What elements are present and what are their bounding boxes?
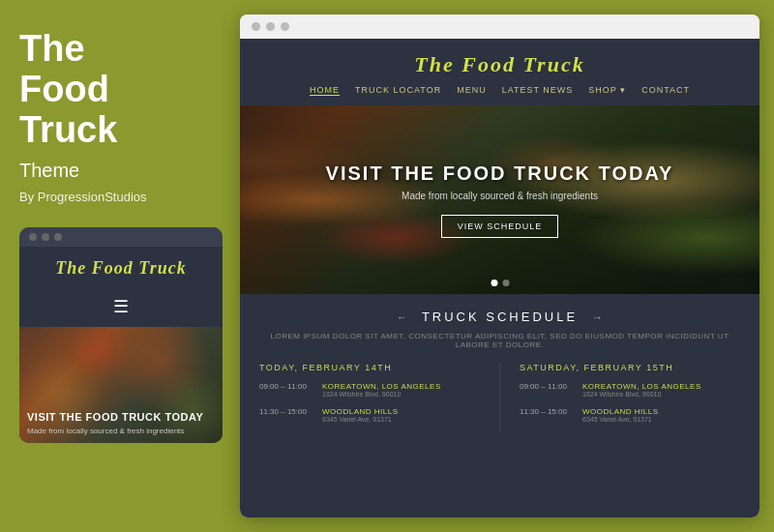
mobile-dot-1 — [29, 233, 37, 241]
hero-title: Visit The Food Truck Today — [326, 163, 674, 185]
browser-dot-2 — [266, 22, 275, 31]
schedule-time: 11:30 – 15:00 — [259, 407, 313, 423]
mobile-menu-icon[interactable]: ☰ — [19, 290, 223, 323]
site-wrapper: The Food Truck Home Truck Locator Menu L… — [240, 39, 759, 517]
hero-subtitle: Made from locally sourced & fresh ingred… — [326, 191, 674, 201]
schedule-day-2-title: Saturday, February 15th — [520, 363, 740, 372]
site-nav: Home Truck Locator Menu Latest News Shop… — [259, 85, 740, 105]
nav-truck-locator[interactable]: Truck Locator — [355, 85, 441, 96]
mobile-dot-3 — [54, 233, 62, 241]
theme-subtitle: Theme — [19, 160, 221, 182]
schedule-day-2: Saturday, February 15th 09:00 – 11:00 Ko… — [520, 363, 740, 432]
nav-home[interactable]: Home — [310, 85, 340, 96]
browser-dot-3 — [281, 22, 289, 31]
browser-bar — [240, 15, 759, 39]
schedule-day-1: Today, February 14th 09:00 – 11:00 Korea… — [259, 363, 480, 432]
schedule-address: 1624 Wilshire Blvd, 90010 — [322, 391, 441, 398]
schedule-item: 11:30 – 15:00 Woodland Hills 6345 Variel… — [259, 407, 480, 423]
theme-author: By ProgressionStudios — [19, 190, 221, 204]
schedule-columns: Today, February 14th 09:00 – 11:00 Korea… — [259, 363, 740, 432]
theme-title: The Food Truck — [19, 29, 221, 150]
schedule-address: 6345 Variel Ave, 91371 — [582, 416, 659, 423]
hero-section: Visit The Food Truck Today Made from loc… — [240, 105, 759, 294]
schedule-arrow-right: → — [592, 311, 603, 323]
schedule-item: 11:30 – 15:00 Woodland Hills 6345 Variel… — [520, 407, 740, 423]
mobile-browser-bar — [19, 227, 223, 247]
browser-dot-1 — [252, 22, 260, 31]
mobile-hero-subtitle: Made from locally sourced & fresh ingred… — [27, 427, 203, 435]
mobile-dot-2 — [42, 233, 49, 241]
schedule-location-name: Woodland Hills — [322, 407, 399, 416]
schedule-time: 09:00 – 11:00 — [520, 382, 573, 398]
schedule-time: 09:00 – 11:00 — [259, 382, 313, 398]
hero-cta-button[interactable]: View Schedule — [441, 215, 559, 238]
schedule-item: 09:00 – 11:00 Koreatown, Los Angeles 162… — [259, 382, 480, 398]
schedule-section: ← Truck Schedule → Lorem ipsum dolor sit… — [240, 294, 759, 448]
schedule-title: Truck Schedule — [422, 310, 578, 324]
schedule-location-name: Woodland Hills — [582, 407, 659, 416]
schedule-address: 6345 Variel Ave, 91371 — [322, 416, 399, 423]
mobile-preview: The Food Truck ☰ VISIT THE FOOD TRUCK TO… — [19, 227, 223, 443]
schedule-description: Lorem ipsum dolor sit amet, consectetur … — [259, 332, 740, 349]
schedule-address: 1624 Wilshire Blvd, 90010 — [582, 391, 701, 398]
nav-latest-news[interactable]: Latest News — [502, 85, 574, 96]
schedule-item: 09:00 – 11:00 Koreatown, Los Angeles 162… — [520, 382, 740, 398]
mobile-hero-title: VISIT THE FOOD TRUCK TODAY — [27, 410, 203, 424]
schedule-location-name: Koreatown, Los Angeles — [582, 382, 701, 391]
schedule-time: 11:30 – 15:00 — [520, 407, 573, 423]
left-panel: The Food Truck Theme By ProgressionStudi… — [0, 0, 240, 532]
schedule-location-name: Koreatown, Los Angeles — [322, 382, 441, 391]
site-logo: The Food Truck — [259, 52, 740, 77]
hero-dot-2[interactable] — [502, 280, 509, 286]
site-header: The Food Truck Home Truck Locator Menu L… — [240, 39, 759, 105]
desktop-preview: The Food Truck Home Truck Locator Menu L… — [240, 15, 759, 517]
schedule-heading: ← Truck Schedule → — [259, 310, 740, 324]
hero-dot-1[interactable] — [491, 280, 497, 286]
nav-menu[interactable]: Menu — [457, 85, 487, 96]
nav-contact[interactable]: Contact — [641, 85, 690, 96]
mobile-site-title: The Food Truck — [29, 258, 213, 279]
schedule-divider — [499, 363, 500, 432]
schedule-arrow-left: ← — [397, 311, 407, 323]
hero-background: Visit The Food Truck Today Made from loc… — [240, 105, 759, 294]
hero-dots — [491, 280, 509, 286]
nav-shop[interactable]: Shop — [588, 85, 626, 96]
mobile-header: The Food Truck — [19, 247, 223, 286]
mobile-hero: VISIT THE FOOD TRUCK TODAY Made from loc… — [19, 327, 223, 443]
hero-content: Visit The Food Truck Today Made from loc… — [326, 163, 674, 238]
schedule-day-1-title: Today, February 14th — [259, 363, 480, 372]
